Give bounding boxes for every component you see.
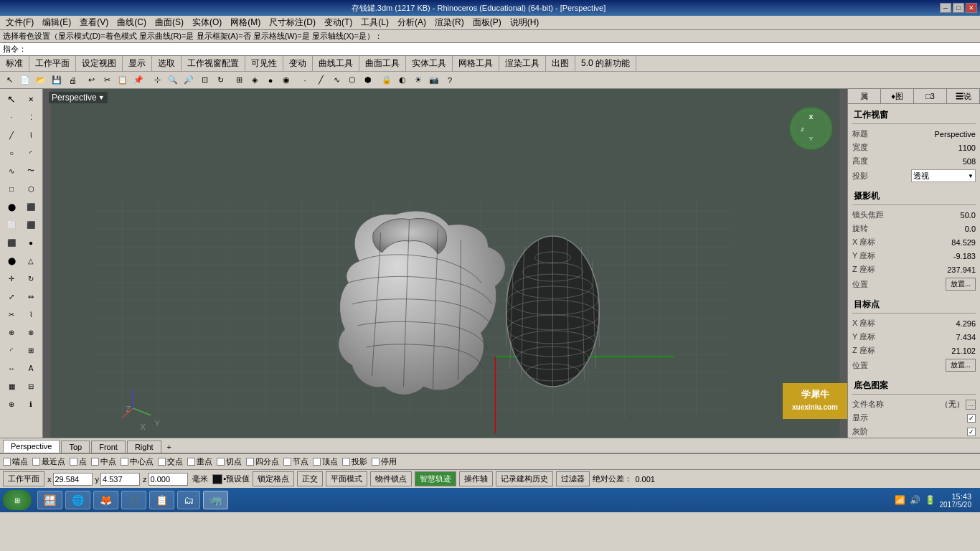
lock-btn[interactable]: 🔒 (379, 72, 395, 88)
line-tool[interactable]: ╱ (2, 126, 21, 143)
menu-item-变动T[interactable]: 变动(T) (320, 15, 357, 30)
coord-z-input[interactable]: 0.000 (149, 473, 188, 486)
tab-tb-item-工作视窗配置[interactable]: 工作视窗配置 (182, 56, 245, 72)
mirror-tool[interactable]: ⇔ (22, 288, 40, 305)
viewport-tab-right[interactable]: Right (127, 441, 161, 453)
viewport-label[interactable]: Perspective ▼ (49, 92, 108, 103)
menu-item-实体O[interactable]: 实体(O) (188, 15, 226, 30)
scale-tool[interactable]: ⤢ (2, 288, 21, 305)
rect-tool[interactable]: □ (2, 180, 21, 197)
paste-btn[interactable]: 📌 (131, 72, 146, 88)
tab-tb-item-曲线工具[interactable]: 曲线工具 (313, 56, 359, 72)
print-btn[interactable]: 🖨 (65, 72, 80, 88)
status-plane-mode[interactable]: 平面模式 (326, 471, 367, 486)
cut-btn[interactable]: ✂ (99, 72, 115, 88)
viewport-tab-perspective[interactable]: Perspective (3, 440, 60, 453)
standard-toolbar-btn[interactable]: ↖ (1, 72, 17, 88)
zoom-ext-btn[interactable]: ⊡ (197, 72, 212, 88)
grid-btn[interactable]: ⊞ (231, 72, 247, 88)
viewport-tab-top[interactable]: Top (61, 441, 90, 453)
cone-tool[interactable]: △ (22, 252, 40, 269)
close-button[interactable]: ✕ (966, 3, 977, 13)
tab-tb-item-渲染工具[interactable]: 渲染工具 (499, 56, 546, 72)
snap-endpoint-cb[interactable] (3, 458, 11, 466)
snap-center-cb[interactable] (121, 458, 128, 466)
light-btn[interactable]: ☀ (410, 72, 426, 88)
menu-item-说明H[interactable]: 说明(H) (506, 15, 544, 30)
snap-tangent-cb[interactable] (217, 458, 225, 466)
explode-tool[interactable]: ⊗ (22, 324, 40, 341)
polyline-tool[interactable]: ⌇ (22, 126, 40, 143)
rp-target-position-btn[interactable]: 放置... (946, 359, 976, 372)
rotate-tool[interactable]: ↻ (22, 270, 40, 287)
status-filter[interactable]: 过滤器 (556, 471, 590, 486)
loft-tool[interactable]: ⬛ (22, 198, 40, 215)
coord-y-input[interactable]: 4.537 (100, 473, 140, 486)
tab-tb-item-选取[interactable]: 选取 (152, 56, 182, 72)
select-tool[interactable]: ↖ (2, 90, 21, 108)
plane-tool[interactable]: ⬜ (2, 216, 21, 233)
material-btn[interactable]: ◐ (395, 72, 410, 88)
split-tool[interactable]: ⌇ (22, 306, 40, 323)
join-tool[interactable]: ⊕ (2, 324, 21, 341)
taskbar-app-2[interactable]: 🦊 (93, 491, 118, 509)
tab-tb-item-设定视图[interactable]: 设定视图 (76, 56, 123, 72)
circle-tool[interactable]: ○ (2, 144, 21, 161)
taskbar-app-4[interactable]: 📋 (149, 491, 174, 509)
layer-tool[interactable]: ⊕ (2, 395, 21, 413)
snap-knot-cb[interactable] (283, 458, 291, 466)
wire-btn[interactable]: ◈ (247, 72, 263, 88)
line-btn[interactable]: ╱ (313, 72, 329, 88)
polygon-tool[interactable]: ⬡ (22, 180, 40, 197)
snap-disable-cb[interactable] (372, 458, 380, 466)
taskbar-app-5[interactable]: 🗂 (177, 491, 200, 509)
menu-item-分析A[interactable]: 分析(A) (393, 15, 430, 30)
status-op-axis[interactable]: 操作轴 (459, 471, 493, 486)
arc-tool[interactable]: ◜ (22, 144, 40, 161)
taskbar-app-0[interactable]: 🪟 (37, 491, 62, 509)
offset-tool[interactable]: ⊞ (22, 342, 40, 359)
tab-tb-item-变动[interactable]: 变动 (283, 56, 313, 72)
cylinder-tool[interactable]: ⬤ (2, 252, 21, 269)
menu-item-网格M[interactable]: 网格(M) (226, 15, 265, 30)
rp-file-browse-icon[interactable]: … (966, 400, 976, 410)
taskbar-start-button[interactable]: ⊞ (3, 490, 32, 510)
dim-tool[interactable]: ↔ (2, 359, 21, 377)
fillet-tool[interactable]: ◜ (2, 342, 21, 359)
open-btn[interactable]: 📂 (33, 72, 49, 88)
menu-item-曲线C[interactable]: 曲线(C) (113, 15, 151, 30)
rp-projection-dropdown[interactable]: 透视 ▼ (911, 169, 976, 182)
point-tool[interactable]: · (2, 108, 21, 126)
snap-midpoint-cb[interactable] (91, 458, 99, 466)
menu-item-尺寸标注D[interactable]: 尺寸标注(D) (265, 15, 320, 30)
curve-btn[interactable]: ∿ (329, 72, 344, 88)
snap-quad-cb[interactable] (246, 458, 254, 466)
viewport-tab-add[interactable]: + (163, 441, 176, 453)
menu-item-面板P[interactable]: 面板(P) (468, 15, 506, 30)
status-ortho[interactable]: 正交 (297, 471, 323, 486)
rotate-view-btn[interactable]: ↻ (212, 72, 228, 88)
rp-tab-layers[interactable]: ♦图 (881, 89, 914, 103)
block-tool[interactable]: ⊟ (22, 377, 40, 395)
point-btn[interactable]: · (297, 72, 313, 88)
taskbar-app-1[interactable]: 🌐 (65, 491, 90, 509)
status-record[interactable]: 记录建构历史 (496, 471, 553, 486)
text-tool[interactable]: A (22, 359, 40, 377)
menu-item-工具L[interactable]: 工具(L) (357, 15, 393, 30)
zoom-in-btn[interactable]: 🔍 (165, 72, 181, 88)
extrude-tool[interactable]: ⬛ (22, 216, 40, 233)
snap-intersect-cb[interactable] (158, 458, 166, 466)
status-workplane[interactable]: 工作平面 (3, 471, 44, 486)
tab-tb-item-工作平面[interactable]: 工作平面 (29, 56, 76, 72)
rp-tab-help[interactable]: ☰说 (947, 89, 980, 103)
tab-tb-item-实体工具[interactable]: 实体工具 (406, 56, 453, 72)
shade-btn[interactable]: ● (263, 72, 278, 88)
tab-tb-item-网格工具[interactable]: 网格工具 (453, 56, 499, 72)
rp-tab-properties[interactable]: 属 (848, 89, 881, 103)
trim-tool[interactable]: ✂ (2, 306, 21, 323)
viewport[interactable]: Perspective ▼ (43, 89, 847, 438)
command-input[interactable] (27, 45, 977, 54)
analyze-tool[interactable]: ℹ (22, 395, 40, 413)
surface-from-curve[interactable]: ⬤ (2, 198, 21, 215)
snap-point-cb[interactable] (70, 458, 77, 466)
